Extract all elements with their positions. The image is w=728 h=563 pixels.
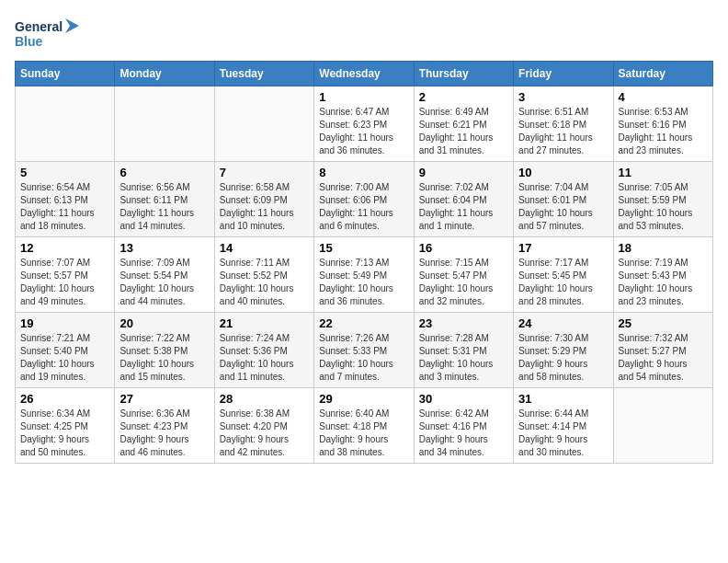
calendar-cell: 11Sunrise: 7:05 AM Sunset: 5:59 PM Dayli…	[613, 162, 712, 237]
day-info: Sunrise: 6:49 AM Sunset: 6:21 PM Dayligh…	[419, 106, 508, 157]
day-info: Sunrise: 7:09 AM Sunset: 5:54 PM Dayligh…	[119, 257, 209, 308]
calendar-cell: 4Sunrise: 6:53 AM Sunset: 6:16 PM Daylig…	[613, 86, 712, 162]
day-number: 12	[20, 241, 109, 255]
calendar-cell: 2Sunrise: 6:49 AM Sunset: 6:21 PM Daylig…	[414, 86, 513, 162]
day-info: Sunrise: 7:00 AM Sunset: 6:06 PM Dayligh…	[319, 181, 408, 233]
calendar-week-row: 5Sunrise: 6:54 AM Sunset: 6:13 PM Daylig…	[16, 162, 713, 237]
day-info: Sunrise: 7:02 AM Sunset: 6:04 PM Dayligh…	[419, 181, 508, 233]
calendar-cell: 15Sunrise: 7:13 AM Sunset: 5:49 PM Dayli…	[314, 237, 414, 313]
calendar-cell: 7Sunrise: 6:58 AM Sunset: 6:09 PM Daylig…	[214, 162, 313, 237]
calendar-cell: 3Sunrise: 6:51 AM Sunset: 6:18 PM Daylig…	[514, 86, 613, 162]
day-number: 20	[119, 316, 209, 330]
day-number: 16	[419, 241, 508, 255]
day-number: 30	[419, 392, 508, 406]
day-number: 3	[518, 90, 608, 104]
svg-text:General: General	[15, 19, 63, 34]
header-thursday: Thursday	[414, 62, 513, 86]
header-saturday: Saturday	[613, 62, 712, 86]
day-number: 28	[220, 392, 309, 406]
day-number: 21	[220, 316, 309, 330]
calendar-week-row: 19Sunrise: 7:21 AM Sunset: 5:40 PM Dayli…	[16, 313, 713, 388]
day-info: Sunrise: 6:51 AM Sunset: 6:18 PM Dayligh…	[518, 106, 608, 157]
day-info: Sunrise: 6:58 AM Sunset: 6:09 PM Dayligh…	[220, 181, 309, 233]
day-info: Sunrise: 7:28 AM Sunset: 5:31 PM Dayligh…	[419, 332, 508, 384]
calendar-cell: 14Sunrise: 7:11 AM Sunset: 5:52 PM Dayli…	[214, 237, 313, 313]
day-number: 2	[419, 90, 508, 104]
calendar-cell: 28Sunrise: 6:38 AM Sunset: 4:20 PM Dayli…	[214, 388, 313, 464]
day-number: 17	[518, 241, 608, 255]
day-info: Sunrise: 6:42 AM Sunset: 4:16 PM Dayligh…	[419, 408, 508, 459]
day-info: Sunrise: 7:32 AM Sunset: 5:27 PM Dayligh…	[619, 332, 708, 384]
calendar-cell: 24Sunrise: 7:30 AM Sunset: 5:29 PM Dayli…	[514, 313, 613, 388]
calendar-header-row: SundayMondayTuesdayWednesdayThursdayFrid…	[16, 62, 713, 86]
day-number: 23	[419, 316, 508, 330]
day-number: 7	[220, 166, 309, 179]
day-number: 8	[319, 166, 408, 179]
day-info: Sunrise: 6:38 AM Sunset: 4:20 PM Dayligh…	[220, 408, 309, 459]
day-number: 9	[419, 166, 508, 179]
day-info: Sunrise: 6:47 AM Sunset: 6:23 PM Dayligh…	[319, 106, 408, 157]
day-number: 29	[319, 392, 408, 406]
page-header: GeneralBlue	[15, 15, 713, 53]
day-info: Sunrise: 6:53 AM Sunset: 6:16 PM Dayligh…	[619, 106, 708, 157]
day-number: 19	[20, 316, 109, 330]
header-friday: Friday	[514, 62, 613, 86]
day-number: 31	[518, 392, 608, 406]
calendar-cell	[613, 388, 712, 464]
calendar-cell: 10Sunrise: 7:04 AM Sunset: 6:01 PM Dayli…	[514, 162, 613, 237]
day-number: 1	[319, 90, 408, 104]
svg-text:Blue: Blue	[15, 34, 43, 49]
calendar-cell: 20Sunrise: 7:22 AM Sunset: 5:38 PM Dayli…	[115, 313, 214, 388]
day-info: Sunrise: 7:17 AM Sunset: 5:45 PM Dayligh…	[518, 257, 608, 308]
day-info: Sunrise: 7:26 AM Sunset: 5:33 PM Dayligh…	[319, 332, 408, 384]
calendar-week-row: 1Sunrise: 6:47 AM Sunset: 6:23 PM Daylig…	[16, 86, 713, 162]
calendar-cell: 21Sunrise: 7:24 AM Sunset: 5:36 PM Dayli…	[214, 313, 313, 388]
day-info: Sunrise: 7:13 AM Sunset: 5:49 PM Dayligh…	[319, 257, 408, 308]
calendar-cell	[115, 86, 214, 162]
calendar-table: SundayMondayTuesdayWednesdayThursdayFrid…	[15, 61, 713, 464]
calendar-cell: 1Sunrise: 6:47 AM Sunset: 6:23 PM Daylig…	[314, 86, 414, 162]
calendar-cell: 22Sunrise: 7:26 AM Sunset: 5:33 PM Dayli…	[314, 313, 414, 388]
day-number: 22	[319, 316, 408, 330]
day-info: Sunrise: 7:11 AM Sunset: 5:52 PM Dayligh…	[220, 257, 309, 308]
day-number: 11	[619, 166, 708, 179]
header-wednesday: Wednesday	[314, 62, 414, 86]
calendar-week-row: 12Sunrise: 7:07 AM Sunset: 5:57 PM Dayli…	[16, 237, 713, 313]
calendar-cell: 5Sunrise: 6:54 AM Sunset: 6:13 PM Daylig…	[16, 162, 115, 237]
calendar-cell: 19Sunrise: 7:21 AM Sunset: 5:40 PM Dayli…	[16, 313, 115, 388]
calendar-cell: 31Sunrise: 6:44 AM Sunset: 4:14 PM Dayli…	[514, 388, 613, 464]
day-info: Sunrise: 6:40 AM Sunset: 4:18 PM Dayligh…	[319, 408, 408, 459]
day-info: Sunrise: 7:21 AM Sunset: 5:40 PM Dayligh…	[20, 332, 109, 384]
calendar-cell: 25Sunrise: 7:32 AM Sunset: 5:27 PM Dayli…	[613, 313, 712, 388]
day-number: 15	[319, 241, 408, 255]
svg-marker-2	[65, 18, 79, 33]
day-info: Sunrise: 6:56 AM Sunset: 6:11 PM Dayligh…	[119, 181, 209, 233]
logo-icon: GeneralBlue	[15, 15, 79, 53]
day-info: Sunrise: 6:34 AM Sunset: 4:25 PM Dayligh…	[20, 408, 109, 459]
calendar-cell: 16Sunrise: 7:15 AM Sunset: 5:47 PM Dayli…	[414, 237, 513, 313]
header-monday: Monday	[115, 62, 214, 86]
calendar-cell: 9Sunrise: 7:02 AM Sunset: 6:04 PM Daylig…	[414, 162, 513, 237]
day-info: Sunrise: 7:30 AM Sunset: 5:29 PM Dayligh…	[518, 332, 608, 384]
logo: GeneralBlue	[15, 15, 79, 53]
day-info: Sunrise: 7:24 AM Sunset: 5:36 PM Dayligh…	[220, 332, 309, 384]
calendar-cell: 27Sunrise: 6:36 AM Sunset: 4:23 PM Dayli…	[115, 388, 214, 464]
day-number: 18	[619, 241, 708, 255]
day-number: 26	[20, 392, 109, 406]
day-number: 25	[619, 316, 708, 330]
day-number: 27	[119, 392, 209, 406]
calendar-cell: 12Sunrise: 7:07 AM Sunset: 5:57 PM Dayli…	[16, 237, 115, 313]
day-number: 24	[518, 316, 608, 330]
calendar-cell: 26Sunrise: 6:34 AM Sunset: 4:25 PM Dayli…	[16, 388, 115, 464]
calendar-cell: 8Sunrise: 7:00 AM Sunset: 6:06 PM Daylig…	[314, 162, 414, 237]
calendar-cell: 23Sunrise: 7:28 AM Sunset: 5:31 PM Dayli…	[414, 313, 513, 388]
day-info: Sunrise: 6:54 AM Sunset: 6:13 PM Dayligh…	[20, 181, 109, 233]
day-info: Sunrise: 6:36 AM Sunset: 4:23 PM Dayligh…	[119, 408, 209, 459]
day-info: Sunrise: 7:19 AM Sunset: 5:43 PM Dayligh…	[619, 257, 708, 308]
day-info: Sunrise: 7:15 AM Sunset: 5:47 PM Dayligh…	[419, 257, 508, 308]
day-info: Sunrise: 6:44 AM Sunset: 4:14 PM Dayligh…	[518, 408, 608, 459]
calendar-cell: 6Sunrise: 6:56 AM Sunset: 6:11 PM Daylig…	[115, 162, 214, 237]
day-info: Sunrise: 7:07 AM Sunset: 5:57 PM Dayligh…	[20, 257, 109, 308]
header-sunday: Sunday	[16, 62, 115, 86]
header-tuesday: Tuesday	[214, 62, 313, 86]
